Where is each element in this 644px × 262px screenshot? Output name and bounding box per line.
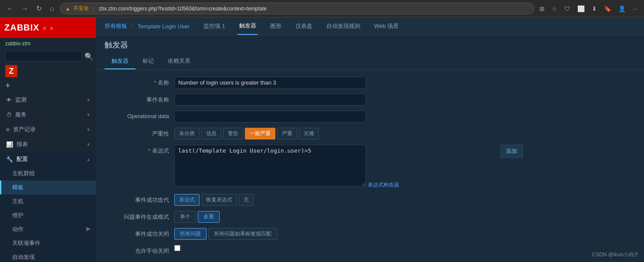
config-submenu: 主机群组 模板 主机 维护 动作 ▶ 关联项事件 自动发现 bbox=[0, 167, 96, 262]
event-success-expression-btn[interactable]: 表达式 bbox=[174, 194, 200, 206]
sidebar-item-reports[interactable]: 📊 报表 ▼ bbox=[0, 137, 96, 152]
manual-close-checkbox-row bbox=[174, 245, 523, 251]
sidebar-item-service[interactable]: ⏱ 服务 ▼ bbox=[0, 107, 96, 122]
name-label: 名称 bbox=[105, 77, 174, 87]
top-nav-discovery-rules[interactable]: 自动发现规则 bbox=[325, 18, 362, 34]
url-text: zbx.ztm.com/triggers.php?hostid=10560&fo… bbox=[99, 6, 267, 12]
severity-label: 严重性 bbox=[105, 128, 174, 138]
browser-action-btn[interactable]: 🔖 bbox=[602, 4, 613, 13]
tab-tags[interactable]: 标记 bbox=[136, 54, 161, 69]
search-icon[interactable]: 🔍 bbox=[82, 52, 93, 61]
event-success-none-btn[interactable]: 无 bbox=[239, 194, 254, 206]
home-button[interactable]: ⌂ bbox=[47, 4, 56, 14]
event-success-buttons-container: 表达式 恢复表达式 无 bbox=[174, 194, 523, 206]
chevron-right-icon: ▼ bbox=[86, 98, 91, 102]
z-icon-container: Z bbox=[0, 63, 96, 79]
monitor-icon: 👁 bbox=[6, 97, 12, 103]
top-nav-web-scenarios[interactable]: Web 场景 bbox=[373, 18, 400, 34]
problem-event-mode-label: 问题事件生成模式 bbox=[105, 211, 174, 221]
problem-event-single-btn[interactable]: 单个 bbox=[174, 211, 196, 223]
top-nav-graphs[interactable]: 图形 bbox=[268, 18, 283, 34]
event-success-label: 事件成功迭代 bbox=[105, 194, 174, 204]
severity-buttons-container: 未分类 信息 警告 一般严重 严重 灾难 bbox=[174, 128, 523, 140]
refresh-button[interactable]: ↻ bbox=[34, 3, 44, 14]
sidebar-item-label: 配置 bbox=[17, 155, 28, 163]
top-nav-dashboard[interactable]: 仪表盘 bbox=[294, 18, 314, 34]
event-name-field-container bbox=[174, 94, 523, 105]
severity-btn-disaster[interactable]: 灾难 bbox=[299, 128, 319, 140]
browser-action-btn[interactable]: ⬜ bbox=[576, 4, 586, 13]
severity-btn-warning[interactable]: 警告 bbox=[223, 128, 243, 140]
browser-action-btn[interactable]: 🛡 bbox=[563, 4, 572, 13]
tab-dependencies[interactable]: 依赖关系 bbox=[161, 54, 197, 69]
sidebar-header: ZABBIX « » bbox=[0, 17, 96, 38]
tab-triggers[interactable]: 触发器 bbox=[105, 54, 136, 69]
event-close-all-btn[interactable]: 所有问题 bbox=[174, 228, 207, 240]
event-success-recovery-btn[interactable]: 恢复表达式 bbox=[201, 194, 237, 206]
manual-close-row: 允许手动关闭 bbox=[105, 245, 635, 255]
severity-btn-unclassified[interactable]: 未分类 bbox=[174, 128, 200, 140]
sidebar-item-templates[interactable]: 模板 bbox=[0, 180, 96, 194]
add-expression-button[interactable]: 添加 bbox=[500, 145, 523, 158]
sidebar-item-maintenance[interactable]: 维护 bbox=[0, 208, 96, 222]
sidebar-item-label: 服务 bbox=[15, 111, 27, 119]
expression-textarea-wrap: last(/Template Login User/login.user)>5 … bbox=[174, 145, 497, 189]
actions-arrow-icon: ▶ bbox=[86, 225, 91, 233]
problem-event-mode-container: 单个 多重 bbox=[174, 211, 523, 223]
severity-btn-average[interactable]: 一般严重 bbox=[245, 128, 275, 140]
breadcrumb-all-templates[interactable]: 所有模板 bbox=[103, 18, 129, 34]
chevron-right-icon: ▼ bbox=[86, 142, 91, 147]
breadcrumb-separator: / bbox=[132, 23, 133, 30]
expression-field-container: last(/Template Login User/login.user)>5 … bbox=[174, 145, 523, 189]
operational-data-field-container bbox=[174, 111, 523, 122]
operational-data-input[interactable] bbox=[174, 111, 366, 122]
browser-actions: ⊞ ☆ 🛡 ⬜ ⬇ 🔖 👤 ··· bbox=[538, 4, 640, 13]
expression-textarea[interactable]: last(/Template Login User/login.user)>5 bbox=[174, 145, 366, 187]
operational-data-label: Operational data bbox=[105, 111, 174, 119]
sidebar-item-actions[interactable]: 动作 ▶ bbox=[0, 222, 96, 236]
severity-group: 未分类 信息 警告 一般严重 严重 灾难 bbox=[174, 128, 523, 140]
sidebar-item-assets[interactable]: ≡ 资产记录 ▼ bbox=[0, 122, 96, 137]
service-icon: ⏱ bbox=[6, 112, 12, 118]
sidebar-item-config[interactable]: 🔧 配置 ▲ bbox=[0, 152, 96, 167]
name-row: 名称 bbox=[105, 77, 635, 88]
sidebar-item-auto-discovery[interactable]: 自动发现 bbox=[0, 250, 96, 262]
sidebar-item-hosts[interactable]: 主机 bbox=[0, 194, 96, 208]
event-close-tag-match-btn[interactable]: 所有问题如果标签值匹配 bbox=[208, 228, 277, 240]
expression-input-group: last(/Template Login User/login.user)>5 … bbox=[174, 145, 523, 189]
sidebar-item-corr-events[interactable]: 关联项事件 bbox=[0, 236, 96, 250]
browser-action-btn[interactable]: ⊞ bbox=[538, 4, 546, 13]
add-button[interactable]: + bbox=[0, 79, 96, 92]
address-bar[interactable]: ▲ 不安全 | zbx.ztm.com/triggers.php?hostid=… bbox=[60, 3, 535, 14]
chevron-right-icon: ▼ bbox=[86, 112, 91, 117]
browser-action-btn[interactable]: ⬇ bbox=[590, 4, 599, 13]
severity-btn-info[interactable]: 信息 bbox=[201, 128, 221, 140]
sidebar-item-monitor[interactable]: 👁 监测 ▼ bbox=[0, 92, 96, 107]
problem-event-multiple-btn[interactable]: 多重 bbox=[198, 211, 220, 223]
problem-event-mode-group: 单个 多重 bbox=[174, 211, 523, 223]
browser-action-btn[interactable]: ··· bbox=[631, 4, 640, 13]
sidebar-expand-icon[interactable]: » bbox=[50, 24, 53, 31]
sidebar-host-label: zabbix-ztm bbox=[0, 38, 96, 49]
assets-icon: ≡ bbox=[6, 126, 10, 133]
severity-btn-high[interactable]: 严重 bbox=[277, 128, 297, 140]
sidebar-collapse-icon[interactable]: « bbox=[43, 24, 46, 31]
expression-builder-link[interactable]: 表达式构造器 bbox=[368, 181, 399, 189]
event-name-input[interactable] bbox=[174, 94, 366, 105]
top-nav-triggers[interactable]: 触发器 bbox=[237, 17, 258, 35]
forward-button[interactable]: → bbox=[19, 4, 31, 14]
main-content: 所有模板 / Template Login User 监控项 1 触发器 图形 … bbox=[96, 17, 644, 262]
manual-close-checkbox[interactable] bbox=[174, 245, 180, 251]
manual-close-field-container bbox=[174, 245, 523, 251]
expression-label: 表达式 bbox=[105, 145, 174, 155]
back-button[interactable]: ← bbox=[4, 4, 16, 14]
sidebar-item-host-groups[interactable]: 主机群组 bbox=[0, 167, 96, 180]
sidebar-search-input[interactable] bbox=[5, 51, 82, 61]
name-input[interactable] bbox=[174, 77, 366, 88]
expression-row: 表达式 last(/Template Login User/login.user… bbox=[105, 145, 635, 189]
top-nav-items[interactable]: 监控项 1 bbox=[202, 18, 227, 34]
breadcrumb-current-template[interactable]: Template Login User bbox=[136, 19, 191, 34]
browser-action-btn[interactable]: ☆ bbox=[550, 4, 559, 13]
browser-action-btn[interactable]: 👤 bbox=[617, 4, 627, 13]
browser-chrome: ← → ↻ ⌂ ▲ 不安全 | zbx.ztm.com/triggers.php… bbox=[0, 0, 644, 17]
